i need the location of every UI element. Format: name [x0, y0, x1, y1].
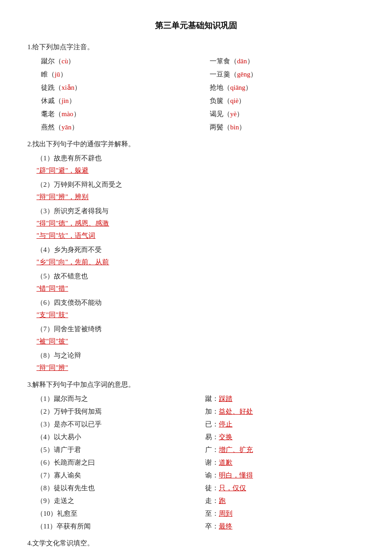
s2-item3: （3）所识穷乏者得我与 "得"同"德"，感恩、感激 "与"同"欤"，语气词 — [36, 205, 365, 242]
page-title: 第三单元基础知识巩固 — [27, 18, 365, 33]
s2-item5: （5）故不错意也 "错"同"措" — [36, 270, 365, 295]
exp-q1: （1）蹴尔而与之 — [36, 393, 196, 405]
pinyin-item-3b: 抢地（qiāng） — [210, 82, 365, 94]
section1: 1.给下列加点字注音。 蹴尔（cù） 一箪食（dān） 睢（jū） 一豆羹（gē… — [27, 41, 365, 133]
exp-q9: （9）走送之 — [36, 495, 196, 507]
exp-q7: （7）寡人谕矣 — [36, 469, 196, 482]
section1-label: 1.给下列加点字注音。 — [27, 41, 365, 53]
s2-item2: （2）万钟则不辩礼义而受之 "辩"同"辨"，辨别 — [36, 179, 365, 203]
exp-q2: （2）万钟于我何加焉 — [36, 405, 196, 418]
section3-label: 3.解释下列句子中加点字词的意思。 — [27, 379, 365, 391]
exp-a3: 已：停止 — [205, 418, 365, 431]
exp-q5: （5）请广于君 — [36, 444, 196, 456]
pinyin-item-2b: 一豆羹（gēng） — [210, 68, 365, 81]
pinyin-item-6a: 燕然（yān） — [41, 121, 196, 133]
exp-q8: （8）徒以有先生也 — [36, 482, 196, 494]
exp-a6: 谢：道歉 — [205, 457, 365, 469]
pinyin-item-1b: 一箪食（dān） — [210, 55, 365, 67]
exp-a10: 至：周到 — [205, 508, 365, 520]
s2-item7: （7）同舍生皆被绮绣 "被"同"披" — [36, 323, 365, 348]
s2-item1: （1）故患有所不辟也 "辟"同"避"，躲避 — [36, 152, 365, 177]
exp-q3: （3）是亦不可以已乎 — [36, 418, 196, 431]
pinyin-item-6b: 两鬓（bìn） — [210, 121, 365, 133]
exp-a9: 走：跑 — [205, 495, 365, 507]
section2: 2.找出下列句子中的通假字并解释。 （1）故患有所不辟也 "辟"同"避"，躲避 … — [27, 138, 365, 374]
s2-item6: （6）四支偾劲不能动 "支"同"肢" — [36, 297, 365, 321]
exp-a5: 广：增广、扩充 — [205, 444, 365, 456]
section4-label: 4.文学文化常识填空。 — [27, 537, 365, 549]
s2-item4: （4）乡为身死而不受 "乡"同"向"，先前、从前 — [36, 244, 365, 268]
pinyin-grid: 蹴尔（cù） 一箪食（dān） 睢（jū） 一豆羹（gēng） 徒跣（xiǎn）… — [41, 55, 365, 133]
s2-item8: （8）与之论辩 "辩"同"辨" — [36, 349, 365, 374]
exp-a2: 加：益处、好处 — [205, 405, 365, 418]
exp-a8: 徒：只，仅仅 — [205, 482, 365, 494]
exp-q4: （4）以大易小 — [36, 431, 196, 443]
pinyin-item-3a: 徒跣（xiǎn） — [41, 82, 196, 94]
exp-a1: 蹴：踩踏 — [205, 393, 365, 405]
exp-q10: （10）礼愈至 — [36, 508, 196, 520]
pinyin-item-5b: 谒见（yè） — [210, 108, 365, 120]
section2-label: 2.找出下列句子中的通假字并解释。 — [27, 138, 365, 150]
exp-a4: 易：交换 — [205, 431, 365, 443]
exp-a11: 卒：最终 — [205, 520, 365, 533]
pinyin-item-5a: 耄老（mào） — [41, 108, 196, 120]
pinyin-item-4b: 负箧（qiè） — [210, 95, 365, 107]
exp-a7: 谕：明白，懂得 — [205, 469, 365, 482]
pinyin-item-4a: 休戚（jìn） — [41, 95, 196, 107]
exp-q11: （11）卒获有所闻 — [36, 520, 196, 533]
explain-grid: （1）蹴尔而与之 蹴：踩踏 （2）万钟于我何加焉 加：益处、好处 （3）是亦不可… — [36, 393, 365, 533]
section4-para: （1）《鱼我所欲也》选自《孟子·告子上》。《孟子》是记录孟子及其弟子言行的著作，… — [36, 551, 365, 554]
exp-q6: （6）长跪而谢之曰 — [36, 457, 196, 469]
section3: 3.解释下列句子中加点字词的意思。 （1）蹴尔而与之 蹴：踩踏 （2）万钟于我何… — [27, 379, 365, 533]
section4: 4.文学文化常识填空。 （1）《鱼我所欲也》选自《孟子·告子上》。《孟子》是记录… — [27, 537, 365, 554]
pinyin-item-1a: 蹴尔（cù） — [41, 55, 196, 67]
pinyin-item-2a: 睢（jū） — [41, 68, 196, 81]
